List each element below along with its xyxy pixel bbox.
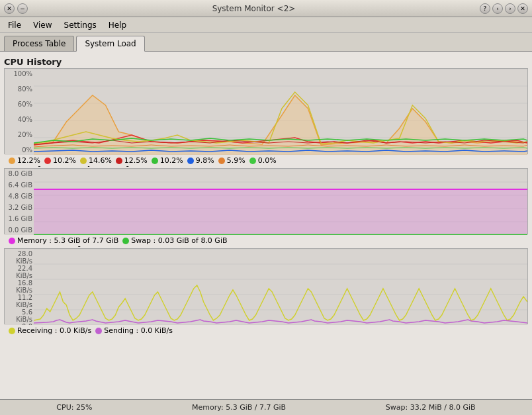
main-content: CPU History 100% 80% 60% 40% 20% 0% <box>0 52 532 399</box>
cpu-8-dot <box>249 158 256 164</box>
cpu-svg <box>34 69 527 155</box>
cpu-4-value: 12.5% <box>124 156 148 165</box>
statusbar: CPU: 25% Memory: 5.3 GiB / 7.7 GiB Swap:… <box>0 399 532 415</box>
cpu-legend: 12.2% 10.2% 14.6% 12.5% 10.2% <box>5 155 527 166</box>
recv-dot <box>9 328 15 334</box>
cpu-legend-8: 0.0% <box>249 156 277 165</box>
minimize-button[interactable]: − <box>17 3 28 14</box>
memory-y-axis: 8.0 GiB 6.4 GiB 4.8 GiB 3.2 GiB 1.6 GiB … <box>5 169 34 235</box>
network-svg <box>34 249 527 325</box>
tab-process-table[interactable]: Process Table <box>4 36 74 51</box>
network-legend: Receiving : 0.0 KiB/s Sending : 0.0 KiB/… <box>5 325 527 336</box>
cpu-section: CPU History 100% 80% 60% 40% 20% 0% <box>4 57 528 154</box>
cpu-5-dot <box>152 158 158 164</box>
memory-chart-container: 8.0 GiB 6.4 GiB 4.8 GiB 3.2 GiB 1.6 GiB … <box>4 168 528 234</box>
status-memory: Memory: 5.3 GiB / 7.7 GiB <box>192 403 286 412</box>
cpu-7-value: 5.9% <box>227 156 245 165</box>
status-swap: Swap: 33.2 MiB / 8.0 GiB <box>386 403 476 412</box>
tab-system-load[interactable]: System Load <box>76 36 144 52</box>
cpu-legend-5: 10.2% <box>152 156 183 165</box>
recv-label: Receiving : 0.0 KiB/s <box>17 326 91 335</box>
cpu-3-value: 14.6% <box>89 156 112 165</box>
titlebar-right-controls: ? ‹ › ✕ <box>480 3 528 14</box>
memory-legend: Memory : 5.3 GiB of 7.7 GiB Swap : 0.03 … <box>5 235 527 246</box>
cpu-title: CPU History <box>4 57 528 67</box>
swap-dot <box>122 238 129 244</box>
memory-chart-area <box>34 169 527 235</box>
network-y-axis: 28.0 KiB/s 22.4 KiB/s 16.8 KiB/s 11.2 Ki… <box>5 249 34 325</box>
network-chart-area <box>34 249 527 325</box>
send-dot <box>95 328 102 334</box>
send-label: Sending : 0.0 KiB/s <box>104 326 173 335</box>
network-chart-container: 28.0 KiB/s 22.4 KiB/s 16.8 KiB/s 11.2 Ki… <box>4 248 528 324</box>
menu-file[interactable]: File <box>3 19 26 31</box>
cpu-8-value: 0.0% <box>258 156 277 165</box>
cpu-7-dot <box>218 158 225 164</box>
network-legend-send: Sending : 0.0 KiB/s <box>95 326 173 335</box>
cpu-legend-3: 14.6% <box>80 156 112 165</box>
cpu-legend-4: 12.5% <box>116 156 148 165</box>
status-cpu: CPU: 25% <box>56 403 92 412</box>
memory-legend-swap: Swap : 0.03 GiB of 8.0 GiB <box>122 236 227 245</box>
cpu-1-dot <box>9 158 15 164</box>
menu-help[interactable]: Help <box>103 19 132 31</box>
cpu-5-value: 10.2% <box>160 156 183 165</box>
memory-section: Memory and Swap History 8.0 GiB 6.4 GiB … <box>4 157 528 234</box>
tabbar: Process Table System Load <box>0 33 532 52</box>
cpu-chart-area <box>34 69 527 155</box>
cpu-y-axis: 100% 80% 60% 40% 20% 0% <box>5 69 34 155</box>
prev-button[interactable]: ‹ <box>492 3 503 14</box>
cpu-legend-7: 5.9% <box>218 156 245 165</box>
cpu-3-dot <box>80 158 87 164</box>
cpu-legend-2: 10.2% <box>44 156 76 165</box>
svg-marker-13 <box>34 189 527 235</box>
memory-legend-mem: Memory : 5.3 GiB of 7.7 GiB <box>9 236 118 245</box>
help-button[interactable]: ? <box>480 3 490 14</box>
swap-label: Swap : 0.03 GiB of 8.0 GiB <box>131 236 227 245</box>
memory-svg <box>34 169 527 235</box>
menu-view[interactable]: View <box>28 19 57 31</box>
memory-label: Memory : 5.3 GiB of 7.7 GiB <box>17 236 118 245</box>
cpu-legend-6: 9.8% <box>187 156 214 165</box>
window-title: System Monitor <2> <box>212 4 296 13</box>
cpu-4-dot <box>116 158 122 164</box>
menubar: File View Settings Help <box>0 17 532 33</box>
titlebar: ✕ − System Monitor <2> ? ‹ › ✕ <box>0 0 532 17</box>
network-section: Network History 28.0 KiB/s 22.4 KiB/s 16… <box>4 237 528 324</box>
close-window-button[interactable]: ✕ <box>517 3 528 14</box>
cpu-1-value: 12.2% <box>17 156 40 165</box>
window-controls: ✕ − <box>4 3 28 14</box>
cpu-chart-container: 100% 80% 60% 40% 20% 0% <box>4 68 528 154</box>
cpu-2-value: 10.2% <box>53 156 76 165</box>
next-button[interactable]: › <box>505 3 515 14</box>
cpu-6-value: 9.8% <box>196 156 214 165</box>
cpu-2-dot <box>44 158 51 164</box>
close-button[interactable]: ✕ <box>4 3 15 14</box>
menu-settings[interactable]: Settings <box>59 19 102 31</box>
memory-dot <box>9 238 15 244</box>
cpu-legend-1: 12.2% <box>9 156 40 165</box>
cpu-6-dot <box>187 158 194 164</box>
network-legend-recv: Receiving : 0.0 KiB/s <box>9 326 91 335</box>
